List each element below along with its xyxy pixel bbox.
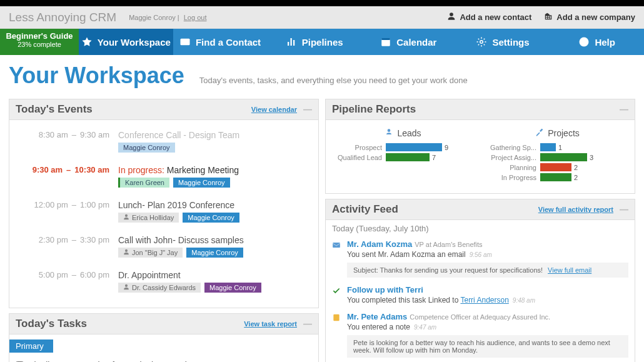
attendee-tag[interactable]: Karen Green bbox=[118, 178, 169, 188]
nav-pipelines-label: Pipelines bbox=[302, 37, 343, 48]
event-title: Dr. Appointment bbox=[118, 270, 312, 280]
collapse-icon[interactable]: — bbox=[620, 104, 628, 114]
nav-settings[interactable]: Settings bbox=[456, 29, 550, 55]
add-company-label: Add a new company bbox=[556, 13, 635, 22]
main-nav: Beginner's Guide 23% complete Your Works… bbox=[0, 29, 644, 55]
event-title: Lunch- Plan 2019 Conference bbox=[118, 200, 312, 210]
add-contact-button[interactable]: Add a new contact bbox=[447, 12, 531, 23]
activity-item: Mr. Adam KozmaVP at Adam's BenefitsYou s… bbox=[332, 237, 628, 283]
leads-chart-title: Leads bbox=[397, 128, 421, 138]
pipeline-title: Pipeline Reports bbox=[332, 103, 416, 116]
bar-row[interactable]: Qualified Lead7 bbox=[332, 153, 474, 161]
note-icon bbox=[332, 312, 342, 358]
nav-workspace-label: Your Workspace bbox=[98, 37, 171, 48]
activity-time: 9:48 am bbox=[513, 297, 535, 304]
activity-body: Today (Tuesday, July 10th) Mr. Adam Kozm… bbox=[325, 220, 635, 362]
activity-item: Follow up with TerriYou completed this t… bbox=[332, 283, 628, 309]
bar-row[interactable]: Gathering Sp...1 bbox=[486, 143, 628, 151]
event-time: 5:00 pm–6:00 pm bbox=[16, 270, 109, 293]
bar-value: 7 bbox=[432, 154, 436, 161]
activity-desc: You entered a note9:47 am bbox=[347, 323, 628, 331]
bar-row[interactable]: Prospect9 bbox=[332, 143, 474, 151]
events-header: Today's Events View calendar — bbox=[9, 99, 319, 120]
activity-item: Mr. Pete AdamsCompetence Officer at Adeq… bbox=[332, 309, 628, 362]
event-row[interactable]: 2:30 pm–3:30 pmCall with John- Discuss s… bbox=[9, 230, 318, 265]
person-icon bbox=[123, 214, 129, 221]
tasks-header: Today's Tasks View task report — bbox=[9, 313, 319, 334]
event-row[interactable]: 8:30 am–9:30 amConference Call - Design … bbox=[9, 125, 318, 160]
add-company-button[interactable]: Add a new company bbox=[544, 12, 635, 23]
event-row[interactable]: 5:00 pm–6:00 pmDr. AppointmentDr. Cassid… bbox=[9, 265, 318, 300]
attendee-tag[interactable]: Erica Holliday bbox=[118, 213, 179, 223]
view-calendar-link[interactable]: View calendar bbox=[251, 106, 297, 113]
nav-pipelines[interactable]: Pipelines bbox=[267, 29, 361, 55]
activity-name-link[interactable]: Mr. Adam Kozma bbox=[347, 239, 412, 249]
activity-name-link[interactable]: Follow up with Terri bbox=[347, 285, 423, 294]
nav-find-label: Find a Contact bbox=[196, 37, 261, 48]
view-full-email-link[interactable]: View full email bbox=[548, 266, 591, 274]
svg-point-4 bbox=[580, 38, 589, 47]
collapse-icon[interactable]: — bbox=[303, 319, 312, 329]
activity-inline-link[interactable]: Terri Anderson bbox=[460, 296, 508, 304]
view-activity-report-link[interactable]: View full activity report bbox=[538, 206, 613, 213]
calendar-icon bbox=[380, 36, 391, 48]
event-title: Call with John- Discuss samples bbox=[118, 235, 312, 245]
beginners-guide-button[interactable]: Beginner's Guide 23% complete bbox=[0, 29, 79, 55]
bar-fill bbox=[540, 143, 556, 151]
activity-desc: You completed this task Linked to Terri … bbox=[347, 296, 628, 304]
add-contact-label: Add a new contact bbox=[460, 13, 531, 22]
events-list: 8:30 am–9:30 amConference Call - Design … bbox=[9, 120, 319, 308]
window-top-bar bbox=[0, 0, 644, 6]
bar-value: 2 bbox=[574, 174, 578, 181]
nav-workspace[interactable]: Your Workspace bbox=[79, 29, 173, 55]
mail-icon bbox=[332, 239, 342, 278]
svg-rect-0 bbox=[180, 39, 189, 46]
bar-fill bbox=[540, 153, 587, 161]
bar-fill bbox=[386, 153, 430, 161]
bar-label: Prospect bbox=[332, 144, 386, 151]
projects-chart: Projects Gathering Sp...1Project Assig..… bbox=[486, 128, 628, 183]
page-header: Your Workspace Today's events, tasks, an… bbox=[0, 55, 644, 99]
bar-value: 1 bbox=[558, 144, 562, 151]
activity-name-link[interactable]: Mr. Pete Adams bbox=[347, 312, 407, 321]
svg-point-5 bbox=[388, 129, 391, 132]
attendee-tag[interactable]: Maggie Conroy bbox=[183, 213, 239, 223]
person-icon bbox=[123, 284, 129, 291]
brand-name: Less Annoying CRM bbox=[9, 11, 116, 24]
collapse-icon[interactable]: — bbox=[620, 204, 628, 214]
page-title: Your Workspace bbox=[9, 63, 184, 89]
bar-row[interactable]: In Progress2 bbox=[486, 173, 628, 181]
person-icon bbox=[123, 249, 129, 256]
event-row[interactable]: 9:30 am–10:30 amIn progress: Marketing M… bbox=[9, 160, 318, 195]
attendee-tag[interactable]: Maggie Conroy bbox=[186, 248, 243, 258]
bar-row[interactable]: Planning2 bbox=[486, 163, 628, 171]
bar-row[interactable]: Project Assig...3 bbox=[486, 153, 628, 161]
nav-calendar-label: Calendar bbox=[396, 37, 436, 48]
event-time: 9:30 am–10:30 am bbox=[16, 165, 109, 188]
svg-rect-7 bbox=[333, 314, 339, 321]
collapse-icon[interactable]: — bbox=[303, 104, 312, 114]
person-icon bbox=[447, 12, 456, 23]
nav-find-contact[interactable]: Find a Contact bbox=[173, 29, 268, 55]
bar-label: Project Assig... bbox=[486, 154, 540, 161]
svg-rect-6 bbox=[333, 243, 340, 248]
pipeline-header: Pipeline Reports — bbox=[325, 99, 635, 120]
attendee-tag[interactable]: Maggie Conroy bbox=[204, 283, 261, 293]
attendee-tag[interactable]: Jon "Big J" Jay bbox=[118, 248, 183, 258]
logout-link[interactable]: Log out bbox=[184, 14, 207, 21]
id-card-icon bbox=[179, 36, 191, 48]
page-subtitle: Today's events, tasks, and everything el… bbox=[199, 76, 468, 85]
bar-fill bbox=[540, 173, 571, 181]
nav-calendar[interactable]: Calendar bbox=[361, 29, 456, 55]
attendee-tag[interactable]: Maggie Conroy bbox=[118, 143, 175, 153]
event-row[interactable]: 12:00 pm–1:00 pmLunch- Plan 2019 Confere… bbox=[9, 195, 318, 230]
attendee-tag[interactable]: Maggie Conroy bbox=[173, 178, 230, 188]
view-task-report-link[interactable]: View task report bbox=[244, 320, 297, 328]
user-line: Maggie Conroy | Log out bbox=[129, 14, 206, 21]
attendee-tag[interactable]: Dr. Cassidy Edwards bbox=[118, 283, 201, 293]
nav-help[interactable]: Help bbox=[550, 29, 644, 55]
activity-detail-box: Pete is looking for a better way to reac… bbox=[347, 335, 628, 358]
event-time: 12:00 pm–1:00 pm bbox=[16, 200, 109, 223]
leads-chart: Leads Prospect9Qualified Lead7 bbox=[332, 128, 474, 183]
person-pin-icon bbox=[385, 128, 393, 138]
